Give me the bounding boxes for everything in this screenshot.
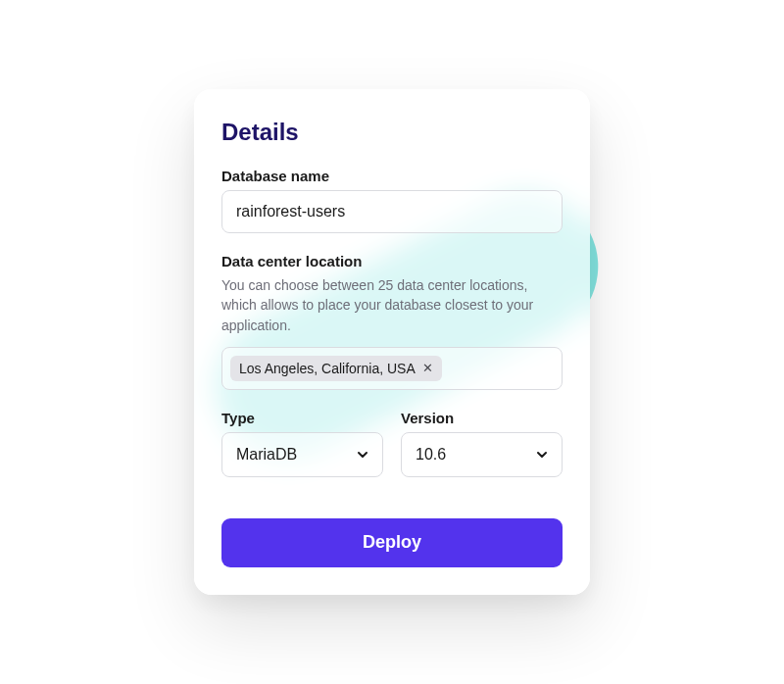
chevron-down-icon	[357, 449, 368, 461]
type-select[interactable]: MariaDB	[221, 432, 383, 477]
database-name-label: Database name	[221, 168, 563, 184]
version-group: Version 10.6	[401, 410, 563, 477]
type-value: MariaDB	[236, 446, 297, 464]
deploy-button[interactable]: Deploy	[221, 518, 563, 567]
close-icon[interactable]: ✕	[422, 362, 433, 374]
version-select[interactable]: 10.6	[401, 432, 563, 477]
version-value: 10.6	[416, 446, 446, 464]
location-label: Data center location	[221, 253, 563, 269]
location-input[interactable]: Los Angeles, California, USA ✕	[221, 347, 563, 390]
database-name-group: Database name	[221, 168, 563, 233]
location-tag: Los Angeles, California, USA ✕	[230, 356, 442, 381]
database-name-input[interactable]	[221, 190, 563, 233]
card-title: Details	[221, 119, 563, 146]
location-group: Data center location You can choose betw…	[221, 253, 563, 390]
type-label: Type	[221, 410, 383, 426]
type-version-row: Type MariaDB Version 10.6	[221, 410, 563, 497]
version-label: Version	[401, 410, 563, 426]
type-group: Type MariaDB	[221, 410, 383, 477]
location-tag-label: Los Angeles, California, USA	[239, 361, 416, 376]
chevron-down-icon	[536, 449, 548, 461]
details-card: Details Database name Data center locati…	[194, 89, 590, 595]
location-help-text: You can choose between 25 data center lo…	[221, 275, 563, 335]
